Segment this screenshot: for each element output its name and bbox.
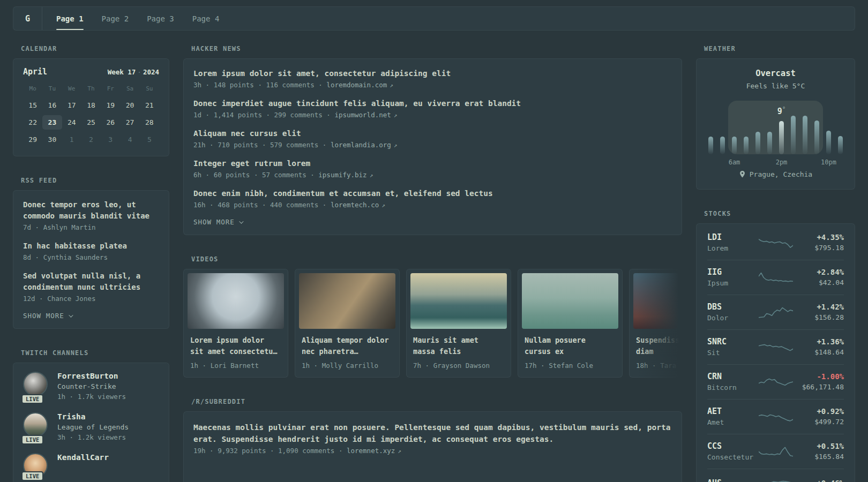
- video-thumbnail: [188, 273, 284, 329]
- twitch-channel-name[interactable]: ForrestBurton: [57, 372, 126, 380]
- calendar-day: 25: [81, 115, 101, 130]
- rss-item-title[interactable]: Sed volutpat nulla nisl, a condimentum n…: [23, 270, 159, 293]
- video-thumbnail: [522, 273, 618, 329]
- avatar-wrap: LIVE: [23, 453, 49, 478]
- tab-page-1[interactable]: Page 1: [56, 7, 84, 30]
- chevron-down-icon: [239, 219, 243, 223]
- stock-sparkline: [759, 340, 793, 354]
- chevron-down-icon: [69, 313, 73, 317]
- rss-widget-title: RSS FEED: [21, 177, 169, 184]
- subreddit-widget-title: /R/SUBREDDIT: [191, 398, 682, 405]
- hn-item-title[interactable]: Donec enim nibh, condimentum et accumsan…: [193, 188, 672, 199]
- hn-item-domain-link[interactable]: loremlandia.org: [331, 141, 391, 149]
- twitch-channel-row[interactable]: LIVE KendallCarr: [23, 453, 159, 478]
- rss-widget: RSS FEED Donec tempor eros leo, ut commo…: [13, 177, 169, 329]
- reddit-post-title[interactable]: Maecenas mollis pulvinar erat non posuer…: [193, 421, 672, 445]
- stock-change: +0.51%: [793, 442, 844, 450]
- video-card[interactable]: Nullam posuere cursus ex 17h · Stefan Co…: [518, 269, 623, 378]
- tab-page-4[interactable]: Page 4: [192, 7, 220, 30]
- calendar-widget-title: CALENDAR: [21, 45, 169, 52]
- stock-change: +0.46%: [793, 479, 844, 482]
- stock-change: -1.00%: [793, 372, 844, 381]
- twitch-channel-row[interactable]: LIVE Trisha League of Legends 3h · 1.2k …: [23, 412, 159, 441]
- reddit-post-meta: 19h · 9,932 points · 1,090 comments · lo…: [193, 447, 672, 455]
- calendar-day-next-month: 3: [101, 132, 120, 147]
- calendar-day: 15: [23, 98, 42, 112]
- rss-item: Donec tempor eros leo, ut commodo mauris…: [23, 199, 159, 231]
- stock-sparkline: [759, 410, 793, 424]
- rss-item-title[interactable]: In hac habitasse platea: [23, 240, 159, 252]
- daylight-region: [728, 101, 823, 154]
- stock-row[interactable]: CRN Bitcorn -1.00% $66,171.48: [707, 364, 844, 399]
- calendar-day-next-month: 2: [81, 132, 101, 147]
- rss-item-meta: 8d · Cynthia Saunders: [23, 253, 159, 261]
- weather-bar: [826, 131, 831, 154]
- twitch-channel-row[interactable]: LIVE ForrestBurton Counter-Strike 1h · 1…: [23, 372, 159, 401]
- video-card[interactable]: Aliquam tempor dolor nec pharetra… 1h · …: [295, 269, 400, 378]
- weekday-label: Fr: [101, 85, 120, 95]
- hn-item: Lorem ipsum dolor sit amet, consectetur …: [193, 68, 672, 89]
- weather-widget-title: WEATHER: [704, 45, 855, 52]
- video-card[interactable]: Suspendisse diam 18h · Tara: [629, 269, 682, 378]
- hn-item-domain-link[interactable]: ipsumworld.net: [334, 111, 391, 119]
- twitch-widget-title: TWITCH CHANNELS: [21, 349, 169, 357]
- stock-row[interactable]: IIG Ipsum +2.84% $42.04: [707, 260, 844, 295]
- tab-page-3[interactable]: Page 3: [147, 7, 174, 30]
- stock-row[interactable]: CCS Consectetur +0.51% $165.84: [707, 434, 844, 469]
- hn-item-domain-link[interactable]: loremdomain.com: [326, 81, 387, 89]
- rss-item-meta: 12d · Chance Jones: [23, 295, 159, 303]
- calendar-day-next-month: 4: [120, 132, 139, 147]
- live-badge: LIVE: [21, 435, 43, 445]
- weather-location: Prague, Czechia: [705, 170, 846, 178]
- twitch-channel-game: Counter-Strike: [57, 382, 126, 390]
- stock-ticker: AHS: [707, 478, 759, 482]
- video-thumbnail: [410, 273, 507, 329]
- top-nav-bar: G Page 1 Page 2 Page 3 Page 4: [13, 6, 855, 31]
- weather-condition: Overcast: [705, 69, 846, 78]
- calendar-day-next-month: 5: [140, 132, 159, 147]
- video-title: Lorem ipsum dolor sit amet consectetu…: [190, 335, 281, 357]
- videos-carousel: Lorem ipsum dolor sit amet consectetu… 1…: [183, 269, 682, 378]
- weather-bar: [755, 132, 760, 154]
- hn-item-title[interactable]: Donec imperdiet augue tincidunt felis al…: [193, 98, 672, 109]
- reddit-post-domain-link[interactable]: loremnet.xyz: [347, 447, 395, 455]
- weather-time-label: 2pm: [776, 159, 788, 166]
- rss-item-title[interactable]: Donec tempor eros leo, ut commodo mauris…: [23, 199, 159, 222]
- weather-bar: [803, 116, 807, 154]
- stock-row[interactable]: LDI Lorem +4.35% $795.18: [707, 225, 844, 260]
- hn-item-domain-link[interactable]: ipsumify.biz: [318, 171, 366, 179]
- stock-row[interactable]: DBS Dolor +1.42% $156.28: [707, 295, 844, 329]
- video-meta: 7h · Grayson Dawson: [413, 362, 504, 370]
- calendar-day: 17: [62, 98, 81, 112]
- weather-bar: [708, 137, 713, 154]
- video-title: Suspendisse diam: [636, 335, 682, 357]
- app-logo[interactable]: G: [13, 7, 42, 30]
- weather-bar: [767, 132, 772, 154]
- hn-show-more-button[interactable]: SHOW MORE: [193, 218, 242, 226]
- rss-item: Sed volutpat nulla nisl, a condimentum n…: [23, 270, 159, 303]
- weekday-label: Mo: [23, 85, 42, 95]
- stock-row[interactable]: SNRC Sit +1.36% $148.64: [707, 329, 844, 364]
- twitch-channel-game: League of Legends: [57, 423, 129, 431]
- rss-show-more-button[interactable]: SHOW MORE: [23, 312, 72, 320]
- hn-item-title[interactable]: Lorem ipsum dolor sit amet, consectetur …: [193, 68, 672, 79]
- stock-row[interactable]: AHS +0.46%: [707, 469, 844, 482]
- weekday-label: Su: [140, 85, 159, 95]
- video-card[interactable]: Lorem ipsum dolor sit amet consectetu… 1…: [183, 269, 288, 378]
- video-card[interactable]: Mauris sit amet massa felis 7h · Grayson…: [406, 269, 511, 378]
- twitch-channel-name[interactable]: KendallCarr: [57, 453, 109, 462]
- weather-bar: [814, 120, 819, 154]
- stock-row[interactable]: AET Amet +0.92% $499.72: [707, 399, 844, 434]
- hn-item-title[interactable]: Integer eget rutrum lorem: [193, 158, 672, 169]
- stock-sparkline: [759, 476, 793, 482]
- twitch-channel-name[interactable]: Trisha: [57, 412, 129, 421]
- calendar-day: 30: [42, 132, 62, 147]
- hn-item-title[interactable]: Aliquam nec cursus elit: [193, 128, 672, 139]
- stock-name: Consectetur: [707, 453, 759, 461]
- hn-item-domain-link[interactable]: loremtech.co: [331, 201, 379, 209]
- twitch-channel-info: KendallCarr: [57, 453, 109, 478]
- dot-separator: ·: [136, 68, 143, 76]
- rss-item-meta: 7d · Ashlyn Martin: [23, 223, 159, 231]
- tab-page-2[interactable]: Page 2: [102, 7, 129, 30]
- calendar-day: 28: [140, 115, 159, 130]
